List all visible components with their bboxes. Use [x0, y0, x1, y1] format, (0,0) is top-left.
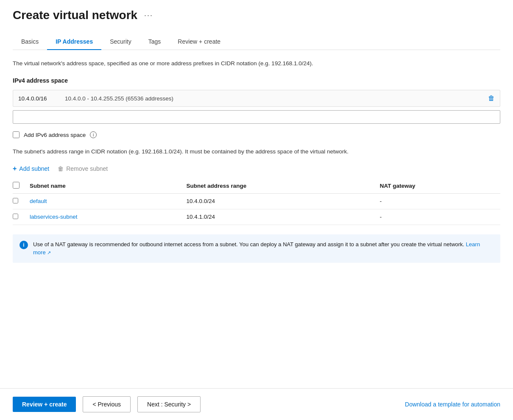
col-subnet-range: Subnet address range [187, 178, 380, 194]
remove-subnet-button[interactable]: 🗑 Remove subnet [58, 165, 108, 172]
row2-checkbox-cell [13, 209, 30, 225]
address-range: 10.4.0.0 - 10.4.255.255 (65536 addresses… [65, 95, 488, 102]
row2-subnet-name: labservices-subnet [30, 209, 187, 225]
tab-review-create[interactable]: Review + create [169, 34, 229, 50]
previous-button[interactable]: < Previous [83, 396, 131, 412]
row2-subnet-range: 10.4.1.0/24 [187, 209, 380, 225]
row1-subnet-range: 10.4.0.0/24 [187, 193, 380, 209]
table-header-checkbox [13, 178, 30, 194]
default-subnet-link[interactable]: default [30, 198, 47, 204]
table-row: default 10.4.0.0/24 - [13, 193, 500, 209]
add-subnet-button[interactable]: + Add subnet [13, 165, 49, 172]
subnet-actions: + Add subnet 🗑 Remove subnet [13, 165, 500, 172]
tabs-nav: Basics IP Addresses Security Tags Review… [13, 34, 500, 50]
labservices-subnet-link[interactable]: labservices-subnet [30, 214, 78, 220]
subnet-description: The subnet's address range in CIDR notat… [13, 147, 500, 156]
ellipsis-button[interactable]: ··· [142, 10, 156, 21]
subnet-table: Subnet name Subnet address range NAT gat… [13, 178, 500, 225]
row1-checkbox-cell [13, 193, 30, 209]
add-subnet-label: Add subnet [19, 165, 49, 172]
info-circle-icon: i [20, 241, 28, 249]
nat-info-box: i Use of a NAT gateway is recommended fo… [13, 234, 500, 263]
remove-subnet-label: Remove subnet [66, 165, 108, 172]
address-space-input[interactable] [13, 110, 500, 124]
review-create-button[interactable]: Review + create [13, 397, 76, 412]
select-all-checkbox[interactable] [13, 182, 20, 189]
row1-nat: - [380, 193, 500, 209]
col-nat-gateway: NAT gateway [380, 178, 500, 194]
footer: Review + create < Previous Next : Securi… [0, 388, 513, 420]
download-template-button[interactable]: Download a template for automation [405, 397, 500, 412]
ipv6-checkbox[interactable] [13, 131, 20, 138]
address-cidr: 10.4.0.0/16 [18, 95, 65, 102]
ipv4-section-heading: IPv4 address space [13, 77, 500, 84]
tab-basics[interactable]: Basics [13, 34, 47, 50]
next-security-button[interactable]: Next : Security > [137, 396, 201, 412]
remove-subnet-icon: 🗑 [58, 165, 64, 172]
delete-address-icon[interactable]: 🗑 [488, 95, 495, 102]
row2-nat: - [380, 209, 500, 225]
page-title: Create virtual network [13, 8, 137, 22]
add-icon: + [13, 165, 17, 172]
tab-ip-addresses[interactable]: IP Addresses [47, 34, 101, 50]
address-space-description: The virtual network's address space, spe… [13, 59, 500, 68]
ipv6-checkbox-label: Add IPv6 address space [24, 132, 86, 138]
tab-security[interactable]: Security [101, 34, 140, 50]
ipv6-checkbox-row: Add IPv6 address space i [13, 131, 500, 138]
row2-checkbox[interactable] [13, 214, 18, 219]
nat-info-text: Use of a NAT gateway is recommended for … [33, 240, 493, 257]
tab-tags[interactable]: Tags [140, 34, 170, 50]
address-space-row: 10.4.0.0/16 10.4.0.0 - 10.4.255.255 (655… [13, 90, 500, 107]
table-row: labservices-subnet 10.4.1.0/24 - [13, 209, 500, 225]
col-subnet-name: Subnet name [30, 178, 187, 194]
external-link-icon: ↗ [47, 250, 51, 255]
row1-checkbox[interactable] [13, 198, 18, 203]
row1-subnet-name: default [30, 193, 187, 209]
ipv6-info-icon[interactable]: i [90, 131, 97, 138]
